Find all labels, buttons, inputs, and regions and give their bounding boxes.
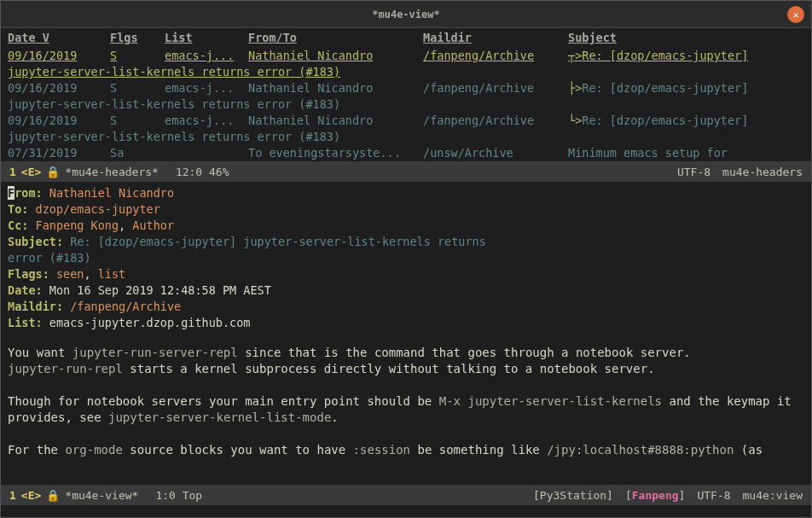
row-flgs: S: [110, 48, 165, 64]
buffer-name[interactable]: *mu4e-headers*: [65, 166, 159, 178]
cursor-position: 1:0 Top: [155, 489, 202, 502]
list-value: emacs-jupyter.dzop.github.com: [49, 316, 251, 329]
flag-seen: seen: [56, 267, 84, 281]
body-p1: You want jupyter-run-server-repl since t…: [8, 345, 804, 361]
headers-pane: 09/16/2019 S emacs-j... Nathaniel Nicand…: [1, 48, 811, 161]
row-list: emacs-j...: [165, 113, 248, 129]
titlebar: *mu4e-view* ✕: [1, 1, 811, 28]
subject-label: Subject:: [8, 235, 63, 248]
row-maildir: /fanpeng/Archive: [423, 80, 568, 96]
subject-value: Re: [dzop/emacs-jupyter] jupyter-server-…: [70, 235, 486, 248]
encoding-indicator: <E>: [21, 166, 41, 178]
row-subject: ├>Re: [dzop/emacs-jupyter]: [568, 80, 804, 96]
row-date: 09/16/2019: [8, 80, 110, 96]
close-icon: ✕: [793, 9, 799, 20]
spacer: [8, 426, 804, 442]
from-value[interactable]: Nathaniel Nicandro: [49, 186, 174, 200]
row-date: 07/31/2019: [8, 145, 110, 161]
row-from: To eveningstarsyste...: [248, 145, 423, 161]
subject-value-cont: error (#183): [8, 251, 91, 265]
row-subject-cont[interactable]: jupyter-server-list-kernels returns erro…: [1, 96, 811, 113]
modeline-headers: 1 <E> 🔒 *mu4e-headers* 12:0 46% UTF-8 mu…: [1, 161, 811, 182]
encoding-indicator: <E>: [21, 489, 41, 502]
window-number: 1: [9, 166, 16, 178]
column-headers: Date V Flgs List From/To Maildir Subject: [1, 28, 811, 48]
row-list: emacs-j...: [165, 80, 248, 96]
maildir-label: Maildir:: [8, 300, 63, 313]
maildir-value: /fanpeng/Archive: [70, 300, 181, 313]
row-list: emacs-j...: [165, 48, 248, 64]
window-number: 1: [9, 489, 16, 502]
list-label: List:: [8, 316, 43, 329]
body-p2: jupyter-run-repl starts a kernel subproc…: [8, 361, 804, 377]
row-subject: ┬>Re: [dzop/emacs-jupyter]: [568, 48, 804, 64]
message-row[interactable]: 09/16/2019 S emacs-j... Nathaniel Nicand…: [1, 80, 811, 96]
message-row[interactable]: 09/16/2019 S emacs-j... Nathaniel Nicand…: [1, 48, 811, 64]
code-snippet: M-x jupyter-server-list-kernels: [439, 394, 662, 408]
row-flgs: S: [110, 113, 165, 129]
encoding: UTF-8: [697, 489, 730, 502]
thread-arrow-icon: ├>: [568, 81, 582, 95]
encoding: UTF-8: [677, 166, 710, 178]
major-mode: mu4e:view: [743, 489, 803, 502]
row-flgs: Sa: [110, 145, 165, 161]
cursor: F: [8, 186, 14, 200]
col-subject[interactable]: Subject: [568, 30, 804, 46]
lock-icon: 🔒: [46, 489, 60, 502]
view-pane: From: Nathaniel Nicandro To: dzop/emacs-…: [1, 182, 811, 335]
flag-list: list: [98, 267, 126, 281]
col-from[interactable]: From/To: [248, 30, 423, 46]
row-subject-cont[interactable]: jupyter-server-list-kernels returns erro…: [1, 64, 811, 80]
row-from: Nathaniel Nicandro: [248, 113, 423, 129]
from-label: From:: [8, 186, 43, 200]
buffer-name[interactable]: *mu4e-view*: [65, 489, 138, 502]
body-p3: Though for notebook servers your main en…: [8, 393, 804, 426]
cursor-position: 12:0 46%: [176, 166, 229, 178]
to-value[interactable]: dzop/emacs-jupyter: [36, 202, 160, 216]
code-snippet: org-mode: [65, 443, 122, 457]
minibuffer[interactable]: [1, 505, 811, 517]
cc-label: Cc:: [8, 218, 28, 232]
date-value: Mon 16 Sep 2019 12:48:58 PM AEST: [49, 283, 271, 297]
to-label: To:: [8, 202, 28, 216]
row-flgs: S: [110, 80, 165, 96]
code-snippet: jupyter-run-repl: [8, 362, 123, 375]
message-body: You want jupyter-run-server-repl since t…: [1, 345, 811, 458]
row-subject: └>Re: [dzop/emacs-jupyter]: [568, 113, 804, 129]
row-list: [165, 145, 248, 161]
message-row[interactable]: 07/31/2019 Sa To eveningstarsyste... /un…: [1, 145, 811, 161]
row-date: 09/16/2019: [8, 113, 110, 129]
cc-value-2[interactable]: Author: [132, 218, 174, 232]
major-mode: mu4e-headers: [722, 166, 803, 178]
row-maildir: /unsw/Archive: [423, 145, 568, 161]
row-from: Nathaniel Nicandro: [248, 80, 423, 96]
python-env: [Py3Station]: [533, 489, 613, 502]
col-maildir[interactable]: Maildir: [423, 30, 568, 46]
col-flgs[interactable]: Flgs: [110, 30, 165, 46]
row-maildir: /fanpeng/Archive: [423, 113, 568, 129]
message-row[interactable]: 09/16/2019 S emacs-j... Nathaniel Nicand…: [1, 113, 811, 129]
flags-label: Flags:: [8, 267, 49, 281]
row-subject-cont[interactable]: jupyter-server-list-kernels returns erro…: [1, 129, 811, 145]
thread-arrow-icon: ┬>: [568, 49, 582, 62]
close-button[interactable]: ✕: [787, 6, 804, 23]
row-date: 09/16/2019: [8, 48, 110, 64]
date-label: Date:: [8, 283, 43, 297]
modeline-view: 1 <E> 🔒 *mu4e-view* 1:0 Top [Py3Station]…: [1, 485, 811, 505]
code-snippet: /jpy:localhost#8888:python: [547, 443, 734, 457]
row-subject: Minimum emacs setup for: [568, 145, 804, 161]
mu4e-window: *mu4e-view* ✕ Date V Flgs List From/To M…: [0, 0, 812, 518]
row-maildir: /fanpeng/Archive: [423, 48, 568, 64]
col-list[interactable]: List: [165, 30, 248, 46]
spacer: [8, 377, 804, 393]
lock-icon: 🔒: [46, 166, 60, 178]
body-p4: For the org-mode source blocks you want …: [8, 442, 804, 458]
thread-arrow-icon: └>: [568, 113, 582, 127]
user-indicator: [Fanpeng]: [625, 489, 685, 502]
row-from: Nathaniel Nicandro: [248, 48, 423, 64]
window-title: *mu4e-view*: [372, 9, 439, 20]
col-date[interactable]: Date V: [8, 30, 110, 46]
code-snippet: jupyter-run-server-repl: [72, 346, 238, 359]
code-snippet: jupyter-server-kernel-list-mode: [108, 410, 331, 424]
cc-value-1[interactable]: Fanpeng Kong: [36, 218, 119, 232]
